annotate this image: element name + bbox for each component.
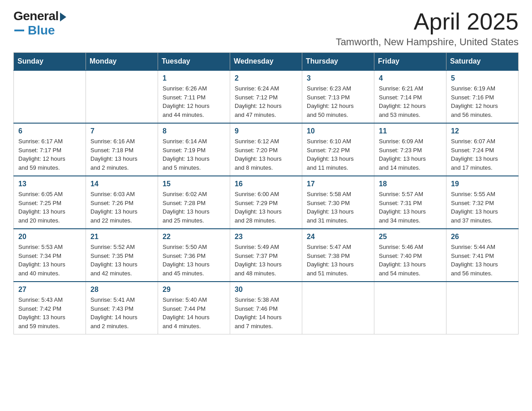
day-number: 1 [163,74,225,82]
day-info: Sunrise: 6:14 AM Sunset: 7:19 PM Dayligh… [163,137,225,172]
calendar-header-monday: Monday [86,53,158,71]
day-number: 29 [163,286,225,294]
calendar-cell: 24Sunrise: 5:47 AM Sunset: 7:38 PM Dayli… [302,229,374,282]
day-number: 26 [451,233,514,241]
calendar-cell: 3Sunrise: 6:23 AM Sunset: 7:13 PM Daylig… [302,70,374,123]
day-number: 24 [307,233,369,241]
day-info: Sunrise: 5:41 AM Sunset: 7:43 PM Dayligh… [90,295,153,330]
day-number: 5 [451,74,514,82]
day-number: 23 [235,233,297,241]
day-number: 19 [451,180,514,188]
day-info: Sunrise: 5:57 AM Sunset: 7:31 PM Dayligh… [379,190,442,225]
day-info: Sunrise: 6:00 AM Sunset: 7:29 PM Dayligh… [235,190,297,225]
day-info: Sunrise: 6:12 AM Sunset: 7:20 PM Dayligh… [235,137,297,172]
day-number: 10 [307,127,369,135]
day-number: 4 [379,74,442,82]
day-number: 3 [307,74,369,82]
calendar-week-row: 20Sunrise: 5:53 AM Sunset: 7:34 PM Dayli… [14,229,519,282]
calendar-cell: 9Sunrise: 6:12 AM Sunset: 7:20 PM Daylig… [230,123,302,176]
calendar-header-wednesday: Wednesday [230,53,302,71]
page-title: April 2025 [336,9,519,34]
calendar-cell [86,70,158,123]
day-number: 21 [90,233,153,241]
calendar-cell: 15Sunrise: 6:02 AM Sunset: 7:28 PM Dayli… [158,176,230,229]
day-info: Sunrise: 5:43 AM Sunset: 7:42 PM Dayligh… [18,295,81,330]
calendar-cell: 4Sunrise: 6:21 AM Sunset: 7:14 PM Daylig… [374,70,446,123]
day-info: Sunrise: 6:17 AM Sunset: 7:17 PM Dayligh… [18,137,81,172]
calendar-cell: 25Sunrise: 5:46 AM Sunset: 7:40 PM Dayli… [374,229,446,282]
day-info: Sunrise: 5:47 AM Sunset: 7:38 PM Dayligh… [307,243,369,278]
logo-general-text: General [13,9,59,23]
day-number: 8 [163,127,225,135]
day-number: 7 [90,127,153,135]
calendar-cell: 1Sunrise: 6:26 AM Sunset: 7:11 PM Daylig… [158,70,230,123]
calendar-header-thursday: Thursday [302,53,374,71]
calendar-cell: 2Sunrise: 6:24 AM Sunset: 7:12 PM Daylig… [230,70,302,123]
calendar-cell: 29Sunrise: 5:40 AM Sunset: 7:44 PM Dayli… [158,282,230,334]
calendar-cell: 10Sunrise: 6:10 AM Sunset: 7:22 PM Dayli… [302,123,374,176]
day-info: Sunrise: 5:40 AM Sunset: 7:44 PM Dayligh… [163,295,225,330]
calendar-cell [302,282,374,334]
day-number: 9 [235,127,297,135]
calendar-cell: 22Sunrise: 5:50 AM Sunset: 7:36 PM Dayli… [158,229,230,282]
calendar-cell: 27Sunrise: 5:43 AM Sunset: 7:42 PM Dayli… [14,282,86,334]
header: General Blue April 2025 Tamworth, New Ha… [13,9,519,48]
day-info: Sunrise: 5:49 AM Sunset: 7:37 PM Dayligh… [235,243,297,278]
calendar-table: SundayMondayTuesdayWednesdayThursdayFrid… [13,52,519,334]
page-subtitle: Tamworth, New Hampshire, United States [336,36,519,48]
day-number: 14 [90,180,153,188]
day-info: Sunrise: 6:24 AM Sunset: 7:12 PM Dayligh… [235,84,297,119]
day-number: 28 [90,286,153,294]
calendar-cell [374,282,446,334]
day-info: Sunrise: 5:52 AM Sunset: 7:35 PM Dayligh… [90,243,153,278]
calendar-cell: 12Sunrise: 6:07 AM Sunset: 7:24 PM Dayli… [446,123,519,176]
calendar-week-row: 1Sunrise: 6:26 AM Sunset: 7:11 PM Daylig… [14,70,519,123]
day-info: Sunrise: 6:05 AM Sunset: 7:25 PM Dayligh… [18,190,81,225]
calendar-header-friday: Friday [374,53,446,71]
calendar-header-row: SundayMondayTuesdayWednesdayThursdayFrid… [14,53,519,71]
calendar-cell: 20Sunrise: 5:53 AM Sunset: 7:34 PM Dayli… [14,229,86,282]
day-info: Sunrise: 6:07 AM Sunset: 7:24 PM Dayligh… [451,137,514,172]
calendar-cell: 13Sunrise: 6:05 AM Sunset: 7:25 PM Dayli… [14,176,86,229]
day-number: 13 [18,180,81,188]
day-info: Sunrise: 6:16 AM Sunset: 7:18 PM Dayligh… [90,137,153,172]
calendar-cell: 18Sunrise: 5:57 AM Sunset: 7:31 PM Dayli… [374,176,446,229]
calendar-cell [14,70,86,123]
day-info: Sunrise: 5:55 AM Sunset: 7:32 PM Dayligh… [451,190,514,225]
calendar-week-row: 6Sunrise: 6:17 AM Sunset: 7:17 PM Daylig… [14,123,519,176]
day-number: 2 [235,74,297,82]
calendar-cell: 26Sunrise: 5:44 AM Sunset: 7:41 PM Dayli… [446,229,519,282]
day-info: Sunrise: 6:02 AM Sunset: 7:28 PM Dayligh… [163,190,225,225]
calendar-cell: 21Sunrise: 5:52 AM Sunset: 7:35 PM Dayli… [86,229,158,282]
calendar-cell: 16Sunrise: 6:00 AM Sunset: 7:29 PM Dayli… [230,176,302,229]
day-number: 27 [18,286,81,294]
day-number: 20 [18,233,81,241]
calendar-header-saturday: Saturday [446,53,519,71]
day-number: 11 [379,127,442,135]
day-info: Sunrise: 5:50 AM Sunset: 7:36 PM Dayligh… [163,243,225,278]
day-number: 18 [379,180,442,188]
calendar-cell: 8Sunrise: 6:14 AM Sunset: 7:19 PM Daylig… [158,123,230,176]
title-area: April 2025 Tamworth, New Hampshire, Unit… [336,9,519,48]
day-info: Sunrise: 6:26 AM Sunset: 7:11 PM Dayligh… [163,84,225,119]
calendar-cell: 17Sunrise: 5:58 AM Sunset: 7:30 PM Dayli… [302,176,374,229]
calendar-cell: 14Sunrise: 6:03 AM Sunset: 7:26 PM Dayli… [86,176,158,229]
day-info: Sunrise: 5:38 AM Sunset: 7:46 PM Dayligh… [235,295,297,330]
day-info: Sunrise: 5:53 AM Sunset: 7:34 PM Dayligh… [18,243,81,278]
day-number: 16 [235,180,297,188]
calendar-cell: 11Sunrise: 6:09 AM Sunset: 7:23 PM Dayli… [374,123,446,176]
calendar-cell: 7Sunrise: 6:16 AM Sunset: 7:18 PM Daylig… [86,123,158,176]
calendar-cell: 28Sunrise: 5:41 AM Sunset: 7:43 PM Dayli… [86,282,158,334]
logo: General Blue [13,9,66,38]
calendar-cell [446,282,519,334]
day-number: 30 [235,286,297,294]
day-info: Sunrise: 6:21 AM Sunset: 7:14 PM Dayligh… [379,84,442,119]
day-number: 25 [379,233,442,241]
calendar-week-row: 27Sunrise: 5:43 AM Sunset: 7:42 PM Dayli… [14,282,519,334]
calendar-cell: 19Sunrise: 5:55 AM Sunset: 7:32 PM Dayli… [446,176,519,229]
day-info: Sunrise: 6:10 AM Sunset: 7:22 PM Dayligh… [307,137,369,172]
calendar-cell: 30Sunrise: 5:38 AM Sunset: 7:46 PM Dayli… [230,282,302,334]
day-number: 17 [307,180,369,188]
calendar-cell: 5Sunrise: 6:19 AM Sunset: 7:16 PM Daylig… [446,70,519,123]
logo-arrow-icon [60,13,66,21]
